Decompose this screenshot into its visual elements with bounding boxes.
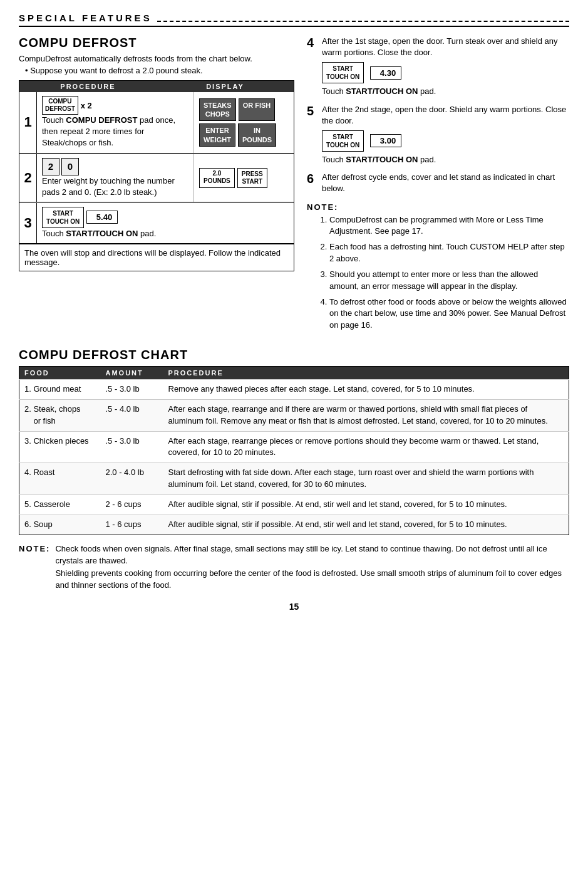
bullet-text: Suppose you want to defrost a 2.0 pound …	[25, 66, 294, 75]
chart-food-3: 3. Chicken pieces	[19, 431, 101, 463]
chart-amount-4: 2.0 - 4.0 lb	[101, 463, 163, 495]
chart-food-1: 1. Ground meat	[19, 380, 101, 400]
step-1-display: STEAKSCHOPS OR FISH ENTERWEIGHT INPOUNDS	[193, 92, 294, 153]
chart-amount-5: 2 - 6 cups	[101, 495, 163, 515]
step-5-number: 5	[307, 104, 317, 118]
step-5-inner: STARTTOUCH ON 3.00	[322, 130, 569, 152]
step-4-number: 4	[307, 36, 317, 50]
chart-food-4: 4. Roast	[19, 463, 101, 495]
chart-proc-6: After audible signal, stir if possible. …	[163, 515, 569, 535]
step-1-description: Touch COMPU DEFROST pad once,then repeat…	[42, 115, 188, 149]
chart-row-5: 5. Casserole 2 - 6 cups After audible si…	[19, 495, 569, 515]
header-dashes	[157, 21, 569, 22]
step-2-row: 2 2 0 Enter weight by touching the numbe…	[19, 154, 294, 202]
chart-proc-5: After audible signal, stir if possible. …	[163, 495, 569, 515]
note-item-2: Each food has a defrosting hint. Touch C…	[329, 241, 569, 265]
step-2-number: 2	[19, 154, 37, 202]
page-section-header: SPECIAL FEATURES	[19, 13, 569, 27]
procedure-table: PROCEDURE DISPLAY 1 COMPUDEFROST x 2 Tou…	[19, 80, 294, 271]
chart-food-5: 5. Casserole	[19, 495, 101, 515]
step-5-display-val: 3.00	[370, 134, 401, 147]
procedure-header: PROCEDURE DISPLAY	[19, 81, 294, 92]
right-column: 4 After the 1st stage, open the door. Tu…	[307, 36, 569, 335]
step-6-header: 6 After defrost cycle ends, cover and le…	[307, 172, 569, 194]
start-touch-on-button-5[interactable]: STARTTOUCH ON	[322, 130, 364, 152]
chart-amount-2: .5 - 4.0 lb	[101, 399, 163, 431]
chart-tbody: 1. Ground meat .5 - 3.0 lb Remove any th…	[19, 380, 569, 535]
numpad-key-0[interactable]: 0	[61, 158, 79, 175]
note-section: NOTE: CompuDefrost can be programmed wit…	[307, 202, 569, 332]
step-5-header: 5 After the 2nd stage, open the door. Sh…	[307, 104, 569, 127]
step-4-header: 4 After the 1st stage, open the door. Tu…	[307, 36, 569, 58]
step-2-numpad: 2 0	[42, 158, 188, 175]
start-touch-on-button-4[interactable]: STARTTOUCH ON	[322, 62, 364, 83]
step-4-inner: STARTTOUCH ON 4.30	[322, 62, 569, 83]
left-column: COMPU DEFROST CompuDefrost automatically…	[19, 36, 294, 335]
press-start-button[interactable]: PRESSSTART	[237, 168, 267, 188]
bottom-note-text-1: Check foods when oven signals. After fin…	[55, 543, 569, 567]
pounds-display: 2.0POUNDS	[199, 168, 235, 188]
bottom-note-text-2: Shielding prevents cooking from occurrin…	[55, 567, 569, 592]
step-3-row: 3 STARTTOUCH ON 5.40 Touch START/TOUCH O…	[19, 202, 294, 243]
note-title: NOTE:	[307, 202, 569, 212]
oven-stop-row: The oven will stop and directions will b…	[19, 244, 294, 271]
chart-row-3: 3. Chicken pieces .5 - 3.0 lb After each…	[19, 431, 569, 463]
compu-defrost-button[interactable]: COMPUDEFROST	[42, 96, 78, 115]
step-4-text: After the 1st stage, open the door. Turn…	[322, 36, 569, 58]
chart-header-row: FOOD AMOUNT PROCEDURE	[19, 367, 569, 380]
chart-amount-3: .5 - 3.0 lb	[101, 431, 163, 463]
start-touch-on-button-3[interactable]: STARTTOUCH ON	[42, 207, 84, 228]
step-6-text: After defrost cycle ends, cover and let …	[322, 172, 569, 194]
steaks-chops-key[interactable]: STEAKSCHOPS	[199, 98, 236, 122]
step-4: 4 After the 1st stage, open the door. Tu…	[307, 36, 569, 98]
step-2-content: 2 0 Enter weight by touching the number …	[37, 154, 193, 202]
intro-text: CompuDefrost automatically defrosts food…	[19, 54, 294, 63]
step-5-text: After the 2nd stage, open the door. Shie…	[322, 104, 569, 127]
chart-col-food: FOOD	[19, 367, 101, 380]
chart-row-2: 2. Steak, chops or fish .5 - 4.0 lb Afte…	[19, 399, 569, 431]
bottom-note-content: Check foods when oven signals. After fin…	[55, 543, 569, 592]
chart-proc-3: After each stage, rearrange pieces or re…	[163, 431, 569, 463]
step-2-display: 2.0POUNDS PRESSSTART	[193, 154, 294, 202]
step-3-keypad: STARTTOUCH ON 5.40	[42, 207, 289, 228]
chart-row-1: 1. Ground meat .5 - 3.0 lb Remove any th…	[19, 380, 569, 400]
step-4-display-val: 4.30	[370, 66, 401, 80]
chart-proc-1: Remove any thawed pieces after each stag…	[163, 380, 569, 400]
chart-section: COMPU DEFROST CHART FOOD AMOUNT PROCEDUR…	[19, 348, 569, 535]
step-1-row: 1 COMPUDEFROST x 2 Touch COMPU DEFROST p…	[19, 92, 294, 153]
step-1-number: 1	[19, 92, 37, 153]
chart-title: COMPU DEFROST CHART	[19, 348, 569, 362]
page-number: 15	[19, 602, 569, 612]
step-3-content: STARTTOUCH ON 5.40 Touch START/TOUCH ON …	[37, 203, 294, 243]
numpad-key-2[interactable]: 2	[42, 158, 59, 175]
chart-thead: FOOD AMOUNT PROCEDURE	[19, 367, 569, 380]
chart-table: FOOD AMOUNT PROCEDURE 1. Ground meat .5 …	[19, 366, 569, 535]
or-fish-key[interactable]: OR FISH	[239, 98, 276, 122]
section-title: SPECIAL FEATURES	[19, 13, 152, 23]
step-4-touch-label: Touch START/TOUCH ON pad.	[322, 86, 569, 97]
chart-row-6: 6. Soup 1 - 6 cups After audible signal,…	[19, 515, 569, 535]
step-3-display-val: 5.40	[86, 211, 118, 224]
step-3-number: 3	[19, 203, 37, 243]
step-3-description: Touch START/TOUCH ON pad.	[42, 228, 289, 239]
step-5: 5 After the 2nd stage, open the door. Sh…	[307, 104, 569, 166]
chart-col-procedure: PROCEDURE	[163, 367, 569, 380]
bottom-note-label: NOTE:	[19, 543, 50, 592]
compu-defrost-title: COMPU DEFROST	[19, 36, 294, 50]
bottom-note: NOTE: Check foods when oven signals. Aft…	[19, 543, 569, 592]
note-item-3: Should you attempt to enter more or less…	[329, 269, 569, 293]
procedure-header-label: PROCEDURE	[19, 81, 157, 92]
chart-amount-6: 1 - 6 cups	[101, 515, 163, 535]
chart-proc-4: Start defrosting with fat side down. Aft…	[163, 463, 569, 495]
note-item-4: To defrost other food or foods above or …	[329, 296, 569, 332]
step-1-keypad: COMPUDEFROST x 2	[42, 96, 188, 115]
step-2-description: Enter weight by touching the number pads…	[42, 175, 188, 198]
enter-weight-key[interactable]: ENTERWEIGHT	[199, 123, 235, 147]
step-1-content: COMPUDEFROST x 2 Touch COMPU DEFROST pad…	[37, 92, 193, 153]
x2-label: x 2	[81, 101, 92, 110]
note-item-1: CompuDefrost can be programmed with More…	[329, 214, 569, 238]
chart-col-amount: AMOUNT	[101, 367, 163, 380]
chart-amount-1: .5 - 3.0 lb	[101, 380, 163, 400]
step-6: 6 After defrost cycle ends, cover and le…	[307, 172, 569, 194]
in-pounds-key[interactable]: INPOUNDS	[238, 123, 276, 147]
